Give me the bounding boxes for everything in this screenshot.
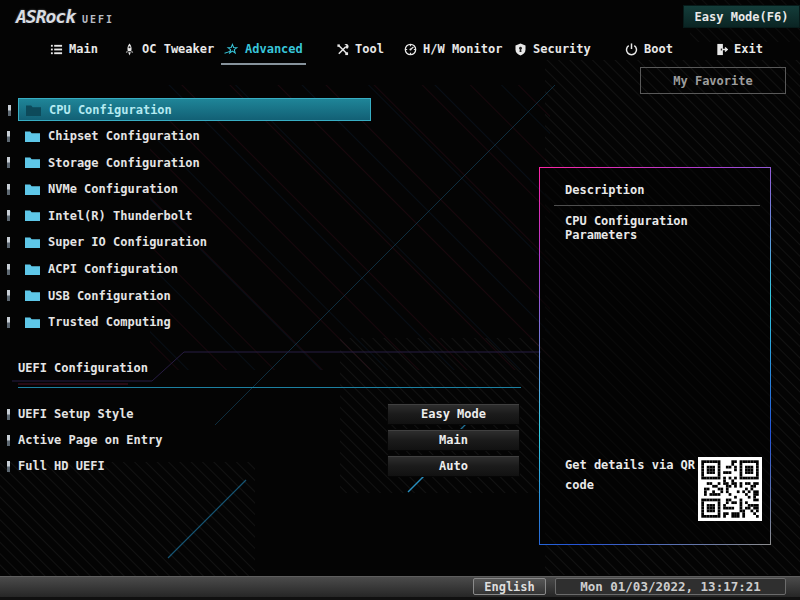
my-favorite-label: My Favorite — [673, 74, 752, 88]
qr-code-icon — [698, 457, 762, 521]
tab-oc-tweaker[interactable]: OC Tweaker — [123, 38, 214, 60]
row-tick — [7, 409, 10, 420]
power-icon — [625, 43, 638, 56]
gauge-icon — [404, 43, 417, 56]
menu-item-chipset-configuration[interactable]: Chipset Configuration — [18, 125, 371, 148]
shield-icon — [514, 43, 527, 56]
folder-icon — [25, 104, 42, 117]
folder-icon — [24, 183, 41, 196]
row-tick — [7, 264, 10, 275]
tab-label: Exit — [734, 42, 763, 56]
full-hd-uefi-value-button[interactable]: Auto — [387, 455, 520, 477]
uefi-setup-screen: ASRock UEFI Easy Mode(F6) My Favorite Ma… — [0, 0, 800, 600]
qr-caption: Get details via QR code — [565, 455, 703, 495]
tab-exit[interactable]: Exit — [715, 38, 763, 60]
asrock-logo: ASRock UEFI — [16, 6, 114, 27]
description-text: CPU Configuration Parameters — [565, 214, 765, 242]
folder-icon — [24, 156, 41, 169]
language-button[interactable]: English — [473, 578, 546, 595]
star-icon — [224, 43, 239, 56]
datetime-text: Mon 01/03/2022, 13:17:21 — [580, 579, 761, 594]
setting-label: Active Page on Entry — [18, 433, 163, 447]
exit-icon — [715, 43, 728, 56]
folder-icon — [24, 316, 41, 329]
menu-item-label: Chipset Configuration — [48, 129, 200, 143]
tab-security[interactable]: Security — [514, 38, 591, 60]
row-tick — [7, 157, 10, 168]
row-tick — [7, 184, 10, 195]
tab-label: Advanced — [245, 42, 303, 56]
row-tick — [7, 131, 10, 142]
description-panel: Description CPU Configuration Parameters… — [539, 167, 771, 545]
menu-item-cpu-configuration[interactable]: CPU Configuration — [18, 98, 371, 121]
tab-hw-monitor[interactable]: H/W Monitor — [404, 38, 502, 60]
menu-item-label: NVMe Configuration — [48, 182, 178, 196]
section-divider — [18, 387, 521, 388]
menu-item-storage-configuration[interactable]: Storage Configuration — [18, 151, 371, 174]
language-label: English — [484, 580, 535, 594]
menu-item-label: USB Configuration — [48, 289, 171, 303]
tab-advanced[interactable]: Advanced — [224, 38, 303, 60]
easy-mode-label: Easy Mode(F6) — [695, 10, 789, 24]
folder-icon — [24, 130, 41, 143]
tab-label: OC Tweaker — [142, 42, 214, 56]
tools-icon — [336, 43, 349, 56]
row-tick — [7, 435, 10, 446]
menu-item-label: Storage Configuration — [48, 156, 200, 170]
menu-item-trusted-computing[interactable]: Trusted Computing — [18, 311, 371, 334]
value-label: Main — [439, 433, 468, 447]
row-tick — [7, 290, 10, 301]
folder-icon — [24, 289, 41, 302]
menu-item-label: Trusted Computing — [48, 315, 171, 329]
description-divider — [554, 205, 760, 206]
menu-item-label: CPU Configuration — [49, 103, 172, 117]
active-page-on-entry-value-button[interactable]: Main — [387, 429, 520, 451]
menu-item-label: Super IO Configuration — [48, 235, 207, 249]
folder-icon — [24, 236, 41, 249]
folder-icon — [24, 263, 41, 276]
tab-label: H/W Monitor — [423, 42, 502, 56]
row-tick — [7, 237, 10, 248]
menu-item-intel-thunderbolt[interactable]: Intel(R) Thunderbolt — [18, 204, 371, 227]
value-label: Easy Mode — [421, 407, 486, 421]
tab-label: Boot — [644, 42, 673, 56]
row-tick — [7, 210, 10, 221]
tab-label: Security — [533, 42, 591, 56]
row-tick — [7, 317, 10, 328]
setting-label: UEFI Setup Style — [18, 407, 134, 421]
setting-active-page-on-entry[interactable]: Active Page on Entry — [18, 429, 318, 451]
row-tick — [8, 105, 11, 116]
menu-item-super-io-configuration[interactable]: Super IO Configuration — [18, 231, 371, 254]
logo-text: ASRock — [16, 6, 75, 27]
tab-boot[interactable]: Boot — [625, 38, 673, 60]
menu-item-usb-configuration[interactable]: USB Configuration — [18, 284, 371, 307]
setting-uefi-setup-style[interactable]: UEFI Setup Style — [18, 403, 318, 425]
rocket-icon — [123, 43, 136, 56]
my-favorite-button[interactable]: My Favorite — [640, 67, 786, 94]
uefi-configuration-heading: UEFI Configuration — [18, 361, 148, 375]
tab-main[interactable]: Main — [50, 38, 98, 60]
folder-icon — [24, 209, 41, 222]
advanced-menu-list: CPU Configuration Chipset Configuration … — [18, 98, 371, 337]
tab-label: Main — [69, 42, 98, 56]
menu-item-acpi-configuration[interactable]: ACPI Configuration — [18, 258, 371, 281]
tab-label: Tool — [355, 42, 384, 56]
tab-tool[interactable]: Tool — [336, 38, 384, 60]
list-icon — [50, 43, 63, 56]
menu-item-label: Intel(R) Thunderbolt — [48, 209, 193, 223]
description-title: Description — [565, 183, 644, 197]
easy-mode-button[interactable]: Easy Mode(F6) — [683, 5, 800, 28]
menu-item-label: ACPI Configuration — [48, 262, 178, 276]
value-label: Auto — [439, 459, 468, 473]
uefi-setup-style-value-button[interactable]: Easy Mode — [387, 403, 520, 425]
setting-label: Full HD UEFI — [18, 459, 105, 473]
row-tick — [7, 461, 10, 472]
setting-full-hd-uefi[interactable]: Full HD UEFI — [18, 455, 318, 477]
menu-item-nvme-configuration[interactable]: NVMe Configuration — [18, 178, 371, 201]
datetime-display: Mon 01/03/2022, 13:17:21 — [555, 578, 786, 595]
logo-uefi-text: UEFI — [82, 14, 114, 25]
